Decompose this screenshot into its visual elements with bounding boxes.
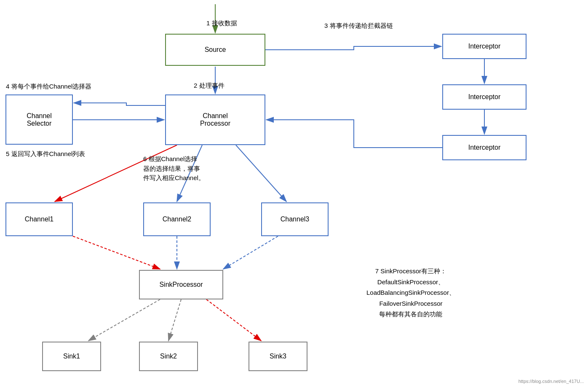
watermark: https://blog.csdn.net/en_417U... bbox=[519, 379, 584, 384]
channel1-label: Channel1 bbox=[25, 216, 54, 223]
sink1-label: Sink1 bbox=[63, 353, 80, 360]
sink-processor-label: SinkProcessor bbox=[159, 281, 203, 288]
label-7: 7 SinkProcessor有三种：DefaultSinkProcessor、… bbox=[366, 266, 455, 320]
sink2-box: Sink2 bbox=[139, 342, 198, 371]
svg-line-14 bbox=[73, 236, 160, 269]
interceptor2-box: Interceptor bbox=[442, 84, 527, 110]
label-2: 2 处理事件 bbox=[194, 82, 225, 90]
channel3-label: Channel3 bbox=[281, 216, 310, 223]
svg-line-19 bbox=[206, 299, 261, 341]
label-5: 5 返回写入事件Channel列表 bbox=[6, 150, 85, 158]
sink1-box: Sink1 bbox=[42, 342, 101, 371]
svg-line-16 bbox=[223, 236, 278, 269]
interceptor3-label: Interceptor bbox=[468, 144, 500, 151]
label-6: 6 根据Channel选择器的选择结果，将事件写入相应Channel。 bbox=[143, 154, 205, 183]
channel-processor-label: ChannelProcessor bbox=[200, 112, 230, 127]
diagram: Source ChannelProcessor ChannelSelector … bbox=[0, 0, 588, 388]
label-3: 3 将事件传递给拦截器链 bbox=[324, 22, 393, 30]
source-box: Source bbox=[165, 34, 265, 66]
channel-processor-box: ChannelProcessor bbox=[165, 94, 265, 145]
label-4: 4 将每个事件给Channel选择器 bbox=[6, 83, 91, 91]
label-1: 1 接收数据 bbox=[206, 19, 237, 27]
sink3-box: Sink3 bbox=[249, 342, 307, 371]
channel1-box: Channel1 bbox=[5, 202, 73, 236]
sink-processor-box: SinkProcessor bbox=[139, 270, 223, 299]
sink2-label: Sink2 bbox=[160, 353, 177, 360]
interceptor1-box: Interceptor bbox=[442, 34, 527, 59]
channel-selector-label: ChannelSelector bbox=[27, 112, 52, 127]
source-label: Source bbox=[205, 46, 226, 54]
channel2-box: Channel2 bbox=[143, 202, 211, 236]
svg-line-13 bbox=[236, 145, 286, 202]
interceptor2-label: Interceptor bbox=[468, 93, 500, 101]
channel3-box: Channel3 bbox=[261, 202, 329, 236]
interceptor1-label: Interceptor bbox=[468, 43, 500, 50]
sink3-label: Sink3 bbox=[270, 353, 286, 360]
svg-line-18 bbox=[168, 299, 181, 341]
interceptor3-box: Interceptor bbox=[442, 135, 527, 160]
channel2-label: Channel2 bbox=[163, 216, 192, 223]
channel-selector-box: ChannelSelector bbox=[5, 94, 73, 145]
svg-line-17 bbox=[88, 299, 160, 341]
